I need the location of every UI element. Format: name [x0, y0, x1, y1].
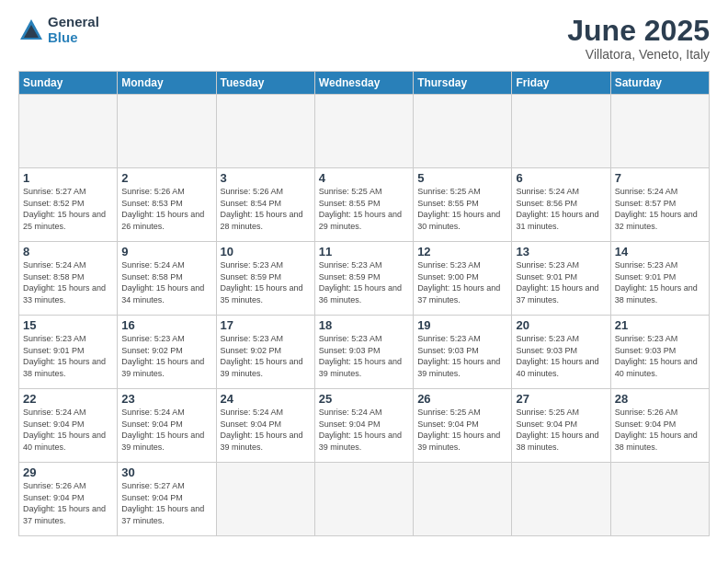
day-number: 30: [121, 465, 211, 479]
table-row: 3 Sunrise: 5:26 AM Sunset: 8:54 PM Dayli…: [216, 168, 314, 242]
day-info: Sunrise: 5:25 AM Sunset: 9:04 PM Dayligh…: [516, 407, 606, 453]
table-row: [216, 95, 314, 168]
day-info: Sunrise: 5:23 AM Sunset: 9:03 PM Dayligh…: [417, 333, 507, 379]
day-info: Sunrise: 5:27 AM Sunset: 8:52 PM Dayligh…: [23, 186, 113, 232]
table-row: 16 Sunrise: 5:23 AM Sunset: 9:02 PM Dayl…: [118, 316, 216, 389]
day-info: Sunrise: 5:23 AM Sunset: 9:01 PM Dayligh…: [516, 259, 606, 305]
day-number: 11: [319, 245, 409, 259]
day-number: 19: [417, 318, 507, 332]
logo-blue: Blue: [48, 30, 99, 46]
day-number: 3: [221, 171, 311, 185]
day-number: 16: [121, 318, 211, 332]
day-number: 5: [417, 171, 507, 185]
table-row: [610, 95, 709, 168]
logo-general: General: [48, 15, 99, 30]
day-info: Sunrise: 5:23 AM Sunset: 9:02 PM Dayligh…: [121, 333, 211, 379]
table-row: 18 Sunrise: 5:23 AM Sunset: 9:03 PM Dayl…: [314, 316, 413, 389]
day-info: Sunrise: 5:23 AM Sunset: 9:01 PM Dayligh…: [23, 333, 113, 379]
day-info: Sunrise: 5:24 AM Sunset: 8:56 PM Dayligh…: [516, 186, 606, 232]
title-block: June 2025 Villatora, Veneto, Italy: [567, 15, 710, 62]
calendar-week-row: 22 Sunrise: 5:24 AM Sunset: 9:04 PM Dayl…: [19, 389, 710, 463]
table-row: [216, 463, 314, 536]
day-number: 8: [23, 245, 113, 259]
logo: General Blue: [18, 15, 99, 45]
table-row: [414, 463, 512, 536]
table-row: [19, 95, 118, 168]
table-row: 10 Sunrise: 5:23 AM Sunset: 8:59 PM Dayl…: [216, 242, 314, 316]
table-row: [314, 463, 413, 536]
table-row: 4 Sunrise: 5:25 AM Sunset: 8:55 PM Dayli…: [314, 168, 413, 242]
table-row: 21 Sunrise: 5:23 AM Sunset: 9:03 PM Dayl…: [610, 316, 709, 389]
day-info: Sunrise: 5:23 AM Sunset: 9:03 PM Dayligh…: [516, 333, 606, 379]
table-row: [118, 95, 216, 168]
day-info: Sunrise: 5:24 AM Sunset: 8:57 PM Dayligh…: [615, 186, 705, 232]
table-row: 1 Sunrise: 5:27 AM Sunset: 8:52 PM Dayli…: [19, 168, 118, 242]
logo-icon: [18, 17, 44, 43]
table-row: 20 Sunrise: 5:23 AM Sunset: 9:03 PM Dayl…: [512, 316, 610, 389]
day-number: 20: [516, 318, 606, 332]
table-row: 27 Sunrise: 5:25 AM Sunset: 9:04 PM Dayl…: [512, 389, 610, 463]
day-number: 23: [121, 392, 211, 406]
table-row: [512, 95, 610, 168]
table-row: 14 Sunrise: 5:23 AM Sunset: 9:01 PM Dayl…: [610, 242, 709, 316]
col-wednesday: Wednesday: [314, 72, 413, 95]
day-info: Sunrise: 5:23 AM Sunset: 9:03 PM Dayligh…: [615, 333, 705, 379]
day-number: 12: [417, 245, 507, 259]
table-row: 30 Sunrise: 5:27 AM Sunset: 9:04 PM Dayl…: [118, 463, 216, 536]
table-row: 12 Sunrise: 5:23 AM Sunset: 9:00 PM Dayl…: [414, 242, 512, 316]
col-sunday: Sunday: [19, 72, 118, 95]
day-number: 1: [23, 171, 113, 185]
table-row: 24 Sunrise: 5:24 AM Sunset: 9:04 PM Dayl…: [216, 389, 314, 463]
calendar-title: June 2025: [567, 15, 710, 47]
day-info: Sunrise: 5:25 AM Sunset: 8:55 PM Dayligh…: [417, 186, 507, 232]
day-info: Sunrise: 5:24 AM Sunset: 9:04 PM Dayligh…: [221, 407, 311, 453]
table-row: [314, 95, 413, 168]
day-info: Sunrise: 5:23 AM Sunset: 9:02 PM Dayligh…: [221, 333, 311, 379]
table-row: 26 Sunrise: 5:25 AM Sunset: 9:04 PM Dayl…: [414, 389, 512, 463]
day-number: 22: [23, 392, 113, 406]
day-number: 4: [319, 171, 409, 185]
day-info: Sunrise: 5:26 AM Sunset: 8:54 PM Dayligh…: [221, 186, 311, 232]
calendar-week-row: 29 Sunrise: 5:26 AM Sunset: 9:04 PM Dayl…: [19, 463, 710, 536]
table-row: 23 Sunrise: 5:24 AM Sunset: 9:04 PM Dayl…: [118, 389, 216, 463]
calendar-week-row: 8 Sunrise: 5:24 AM Sunset: 8:58 PM Dayli…: [19, 242, 710, 316]
day-number: 26: [417, 392, 507, 406]
table-row: 28 Sunrise: 5:26 AM Sunset: 9:04 PM Dayl…: [610, 389, 709, 463]
day-number: 24: [221, 392, 311, 406]
page: General Blue June 2025 Villatora, Veneto…: [0, 0, 728, 563]
col-thursday: Thursday: [414, 72, 512, 95]
day-info: Sunrise: 5:24 AM Sunset: 9:04 PM Dayligh…: [23, 407, 113, 453]
calendar-week-row: 15 Sunrise: 5:23 AM Sunset: 9:01 PM Dayl…: [19, 316, 710, 389]
col-friday: Friday: [512, 72, 610, 95]
day-info: Sunrise: 5:23 AM Sunset: 8:59 PM Dayligh…: [319, 259, 409, 305]
day-info: Sunrise: 5:25 AM Sunset: 9:04 PM Dayligh…: [417, 407, 507, 453]
table-row: 25 Sunrise: 5:24 AM Sunset: 9:04 PM Dayl…: [314, 389, 413, 463]
day-info: Sunrise: 5:23 AM Sunset: 9:01 PM Dayligh…: [615, 259, 705, 305]
table-row: 8 Sunrise: 5:24 AM Sunset: 8:58 PM Dayli…: [19, 242, 118, 316]
header: General Blue June 2025 Villatora, Veneto…: [18, 15, 710, 62]
calendar-week-row: [19, 95, 710, 168]
day-info: Sunrise: 5:26 AM Sunset: 8:53 PM Dayligh…: [121, 186, 211, 232]
table-row: [512, 463, 610, 536]
table-row: 5 Sunrise: 5:25 AM Sunset: 8:55 PM Dayli…: [414, 168, 512, 242]
day-number: 9: [121, 245, 211, 259]
table-row: 7 Sunrise: 5:24 AM Sunset: 8:57 PM Dayli…: [610, 168, 709, 242]
day-info: Sunrise: 5:24 AM Sunset: 8:58 PM Dayligh…: [23, 259, 113, 305]
table-row: 19 Sunrise: 5:23 AM Sunset: 9:03 PM Dayl…: [414, 316, 512, 389]
calendar-week-row: 1 Sunrise: 5:27 AM Sunset: 8:52 PM Dayli…: [19, 168, 710, 242]
col-tuesday: Tuesday: [216, 72, 314, 95]
day-number: 6: [516, 171, 606, 185]
col-saturday: Saturday: [610, 72, 709, 95]
table-row: 11 Sunrise: 5:23 AM Sunset: 8:59 PM Dayl…: [314, 242, 413, 316]
day-number: 27: [516, 392, 606, 406]
day-info: Sunrise: 5:24 AM Sunset: 9:04 PM Dayligh…: [121, 407, 211, 453]
day-info: Sunrise: 5:23 AM Sunset: 9:00 PM Dayligh…: [417, 259, 507, 305]
calendar-header-row: Sunday Monday Tuesday Wednesday Thursday…: [19, 72, 710, 95]
day-number: 28: [615, 392, 705, 406]
day-info: Sunrise: 5:25 AM Sunset: 8:55 PM Dayligh…: [319, 186, 409, 232]
day-number: 2: [121, 171, 211, 185]
day-number: 17: [221, 318, 311, 332]
day-number: 15: [23, 318, 113, 332]
day-number: 7: [615, 171, 705, 185]
day-number: 29: [23, 465, 113, 479]
